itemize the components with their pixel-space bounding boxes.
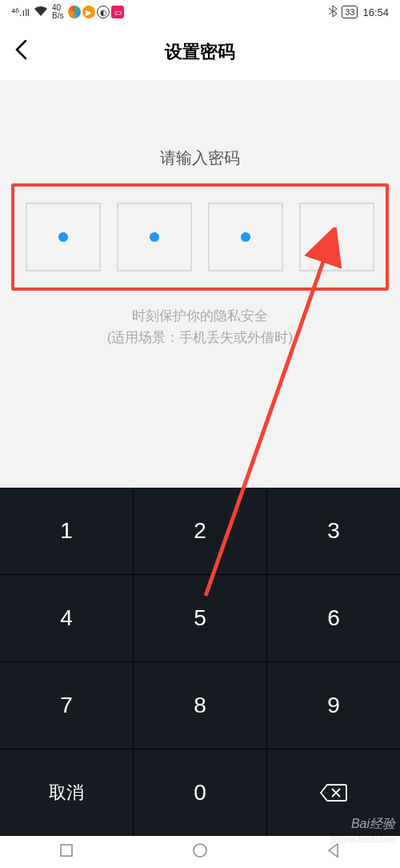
pin-input-group bbox=[11, 183, 389, 291]
battery-indicator: 33 bbox=[342, 6, 358, 18]
clock: 16:54 bbox=[362, 6, 389, 18]
key-cancel[interactable]: 取消 bbox=[0, 749, 134, 836]
app-tray-icons: ▶ ◐ ▭ bbox=[68, 6, 124, 18]
svg-rect-2 bbox=[61, 845, 72, 856]
net-speed: 40B/s bbox=[52, 4, 63, 20]
bluetooth-icon bbox=[329, 6, 337, 19]
watermark: Bai经验 bbox=[351, 816, 395, 833]
nav-home-icon[interactable] bbox=[192, 842, 208, 862]
content-area: 请输入密码 时刻保护你的隐私安全 (适用场景：手机丢失或外借时) bbox=[0, 80, 400, 488]
back-icon[interactable] bbox=[14, 39, 27, 66]
pin-cell-1[interactable] bbox=[26, 203, 101, 271]
pin-dot-filled bbox=[58, 232, 68, 242]
key-7[interactable]: 7 bbox=[0, 662, 134, 749]
page-title: 设置密码 bbox=[165, 40, 235, 64]
pin-cell-3[interactable] bbox=[208, 203, 283, 271]
key-0[interactable]: 0 bbox=[134, 749, 267, 836]
key-6[interactable]: 6 bbox=[267, 575, 400, 661]
app-header: 设置密码 bbox=[0, 24, 400, 80]
pin-dot-filled bbox=[241, 232, 250, 242]
nav-recent-icon[interactable] bbox=[58, 842, 74, 862]
status-right: 33 16:54 bbox=[329, 6, 389, 19]
key-5[interactable]: 5 bbox=[134, 575, 267, 661]
key-1[interactable]: 1 bbox=[0, 488, 134, 574]
key-2[interactable]: 2 bbox=[134, 488, 267, 574]
numeric-keypad: 1 2 3 4 5 6 7 8 9 取消 0 bbox=[0, 488, 400, 836]
key-8[interactable]: 8 bbox=[134, 662, 267, 749]
hint-line-2: (适用场景：手机丢失或外借时) bbox=[0, 327, 400, 348]
pin-dot-filled bbox=[150, 232, 159, 242]
backspace-icon bbox=[319, 783, 348, 802]
svg-point-3 bbox=[194, 844, 206, 857]
key-3[interactable]: 3 bbox=[267, 488, 400, 574]
hint-line-1: 时刻保护你的隐私安全 bbox=[0, 305, 400, 327]
pin-prompt: 请输入密码 bbox=[0, 147, 400, 169]
nav-back-icon[interactable] bbox=[326, 842, 342, 862]
pin-cell-4[interactable] bbox=[299, 203, 374, 271]
pin-cell-2[interactable] bbox=[117, 203, 192, 271]
wifi-icon bbox=[34, 6, 47, 18]
watermark-sub: jingyan.baidu.com bbox=[330, 835, 395, 844]
hint-text: 时刻保护你的隐私安全 (适用场景：手机丢失或外借时) bbox=[0, 305, 400, 348]
status-left: ⁴⁶.ıll 40B/s ▶ ◐ ▭ bbox=[11, 4, 124, 20]
status-bar: ⁴⁶.ıll 40B/s ▶ ◐ ▭ 33 16:54 bbox=[0, 0, 400, 24]
key-4[interactable]: 4 bbox=[0, 575, 134, 661]
network-icon: ⁴⁶.ıll bbox=[11, 6, 30, 18]
key-9[interactable]: 9 bbox=[267, 662, 400, 749]
